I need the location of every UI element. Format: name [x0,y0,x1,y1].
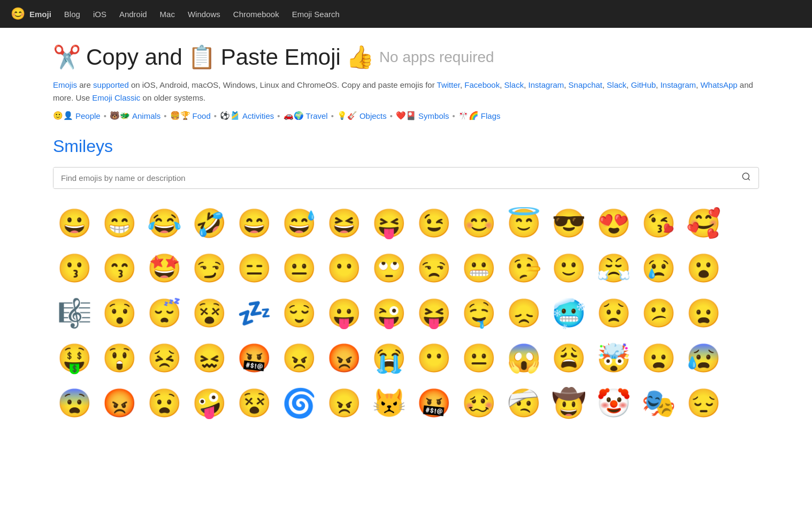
emoji-item[interactable]: 🤠 [547,382,590,424]
whatsapp-link[interactable]: WhatsApp [700,80,737,89]
emoji-item[interactable]: 😠 [278,337,320,379]
instagram2-link[interactable]: Instagram [660,80,696,89]
food-cat-link[interactable]: Food [193,111,211,120]
nav-chromebook[interactable]: Chromebook [233,10,279,19]
emoji-item[interactable]: 😟 [592,292,635,335]
emoji-item[interactable]: 😝 [412,292,455,335]
emoji-item[interactable]: 😝 [367,202,410,245]
animals-cat-link[interactable]: Animals [132,111,160,120]
emoji-item[interactable]: 😎 [547,202,590,245]
symbols-cat-link[interactable]: Symbols [418,111,449,120]
emoji-item[interactable]: 😤 [592,247,635,290]
emoji-item[interactable]: 😯 [98,292,141,335]
emoji-item[interactable]: 😄 [233,202,275,245]
emoji-item[interactable]: 😦 [682,292,725,335]
emoji-item[interactable]: 😜 [367,292,410,335]
emoji-item[interactable]: 🙄 [367,247,410,290]
emoji-item[interactable]: 🤥 [502,247,545,290]
emoji-item[interactable]: 😊 [457,202,500,245]
facebook-link[interactable]: Facebook [464,80,500,89]
emoji-item[interactable]: 😌 [278,292,320,335]
emoji-item[interactable]: 😶 [323,247,365,290]
emojis-link[interactable]: Emojis [53,80,77,89]
nav-ios[interactable]: iOS [93,10,106,19]
emoji-item[interactable]: 😐 [278,247,320,290]
emoji-item[interactable]: 😣 [143,337,186,379]
emoji-item[interactable]: 😞 [502,292,545,335]
emoji-item[interactable]: 😴 [143,292,186,335]
nav-emoji-search[interactable]: Emoji Search [292,10,340,19]
emoji-item[interactable]: 🤩 [143,247,186,290]
emoji-item[interactable]: 🎭 [637,382,680,424]
flags-cat-link[interactable]: Flags [481,111,501,120]
emoji-item[interactable]: 🎼 [53,292,96,335]
emoji-item[interactable]: 😾 [367,382,410,424]
github-link[interactable]: GitHub [631,80,656,89]
emoji-item[interactable]: 😵 [233,382,275,424]
emoji-item[interactable]: 😛 [323,292,365,335]
twitter-link[interactable]: Twitter [437,80,460,89]
emoji-item[interactable]: 😔 [682,382,725,424]
emoji-item[interactable]: 🤑 [53,337,96,379]
emoji-item[interactable]: 😀 [53,202,96,245]
nav-mac[interactable]: Mac [160,10,175,19]
emoji-item[interactable]: 😏 [188,247,231,290]
emoji-item[interactable]: 🙂 [547,247,590,290]
emoji-item[interactable]: 🤡 [592,382,635,424]
emoji-item[interactable]: 😅 [278,202,320,245]
brand-link[interactable]: 😊 Emoji [11,7,51,21]
emoji-item[interactable]: 🤬 [233,337,275,379]
emoji-item[interactable]: 😬 [457,247,500,290]
emoji-item[interactable]: 😁 [98,202,141,245]
emoji-item[interactable]: 😦 [637,337,680,379]
emoji-item[interactable]: 😮 [682,247,725,290]
emoji-item[interactable]: 🤤 [457,292,500,335]
emoji-item[interactable]: 😠 [323,382,365,424]
emoji-item[interactable]: 😐 [457,337,500,379]
search-input[interactable] [53,168,734,188]
slack2-link[interactable]: Slack [607,80,626,89]
emoji-item[interactable]: 😉 [412,202,455,245]
emoji-item[interactable]: 😶 [412,337,455,379]
emoji-item[interactable]: 💤 [233,292,275,335]
emoji-item[interactable]: 😆 [323,202,365,245]
emoji-item[interactable]: 😕 [637,292,680,335]
travel-cat-link[interactable]: Travel [306,111,328,120]
emoji-item[interactable]: 😙 [98,247,141,290]
emoji-item[interactable]: 😩 [547,337,590,379]
slack-link[interactable]: Slack [504,80,524,89]
emoji-item[interactable]: 🤣 [188,202,231,245]
emoji-item[interactable]: 🌀 [278,382,320,424]
nav-windows[interactable]: Windows [188,10,220,19]
emoji-item[interactable]: 😇 [502,202,545,245]
emoji-item[interactable]: 😂 [143,202,186,245]
emoji-item[interactable]: 😢 [637,247,680,290]
emoji-item[interactable]: 😍 [592,202,635,245]
emoji-item[interactable]: 🥴 [457,382,500,424]
snapchat-link[interactable]: Snapchat [569,80,602,89]
emoji-item[interactable]: 😨 [53,382,96,424]
emoji-item[interactable]: 🥶 [547,292,590,335]
emoji-item[interactable]: 🥰 [682,202,725,245]
search-button[interactable] [734,168,759,188]
objects-cat-link[interactable]: Objects [359,111,387,120]
instagram-link[interactable]: Instagram [528,80,564,89]
emoji-item[interactable]: 🤕 [502,382,545,424]
emoji-item[interactable]: 😖 [188,337,231,379]
activities-cat-link[interactable]: Activities [242,111,274,120]
emoji-item[interactable]: 😒 [412,247,455,290]
emoji-item[interactable]: 😰 [682,337,725,379]
emoji-item[interactable]: 😘 [637,202,680,245]
emoji-item[interactable]: 😑 [233,247,275,290]
emoji-item[interactable]: 😡 [323,337,365,379]
emoji-item[interactable]: 😗 [53,247,96,290]
nav-blog[interactable]: Blog [64,10,80,19]
emoji-classic-link[interactable]: Emoji Classic [92,93,140,102]
emoji-item[interactable]: 😲 [98,337,141,379]
emoji-item[interactable]: 😵 [188,292,231,335]
emoji-item[interactable]: 😭 [367,337,410,379]
supported-link[interactable]: supported [93,80,129,89]
emoji-item[interactable]: 🤯 [592,337,635,379]
people-cat-link[interactable]: People [75,111,101,120]
emoji-item[interactable]: 😱 [502,337,545,379]
